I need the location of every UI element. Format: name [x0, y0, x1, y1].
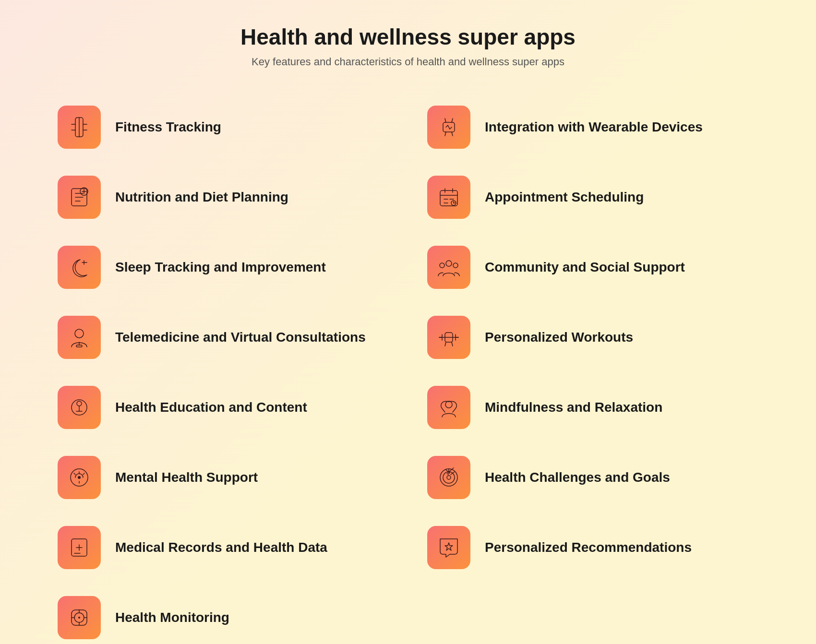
svg-line-42 [445, 342, 446, 346]
feature-medical-records: Medical Records and Health Data [38, 513, 408, 583]
fitness-tracking-icon-box [58, 106, 101, 149]
mindfulness-icon-box [427, 386, 470, 429]
feature-telemedicine: Telemedicine and Virtual Consultations [38, 302, 408, 372]
appointment-icon [436, 185, 461, 210]
page-header: Health and wellness super apps Key featu… [240, 24, 576, 68]
education-icon [67, 395, 92, 420]
mindfulness-icon [436, 395, 461, 420]
feature-health-challenges: Health Challenges and Goals [408, 442, 778, 513]
wearable-icon [436, 115, 461, 140]
feature-mindfulness: Mindfulness and Relaxation [408, 372, 778, 442]
svg-point-33 [75, 329, 84, 338]
svg-point-32 [453, 263, 458, 268]
education-icon-box [58, 386, 101, 429]
records-icon-box [58, 526, 101, 569]
svg-point-31 [440, 263, 444, 268]
monitoring-icon-box [58, 596, 101, 639]
sleep-label: Sleep Tracking and Improvement [115, 259, 326, 276]
wearable-icon-box [427, 106, 470, 149]
svg-rect-18 [440, 191, 457, 206]
fitness-tracking-icon [67, 115, 92, 140]
fitness-tracking-label: Fitness Tracking [115, 119, 221, 136]
sleep-icon-box [58, 246, 101, 289]
medical-records-label: Medical Records and Health Data [115, 539, 327, 556]
feature-nutrition-diet: Nutrition and Diet Planning [38, 162, 408, 232]
recommendations-label: Personalized Recommendations [485, 539, 692, 556]
feature-community: Community and Social Support [408, 232, 778, 302]
feature-integration-wearable: Integration with Wearable Devices [408, 92, 778, 162]
svg-marker-65 [445, 543, 453, 550]
svg-point-30 [446, 261, 452, 266]
recommendations-icon [436, 535, 461, 560]
svg-line-51 [83, 473, 84, 475]
mindfulness-label: Mindfulness and Relaxation [485, 399, 662, 416]
community-icon-box [427, 246, 470, 289]
features-grid: Fitness Tracking Integration with Wearab… [38, 92, 778, 644]
svg-point-45 [77, 401, 82, 406]
feature-fitness-tracking: Fitness Tracking [38, 92, 408, 162]
monitoring-icon [67, 605, 92, 630]
page-title: Health and wellness super apps [240, 24, 576, 50]
community-icon [436, 255, 461, 280]
challenges-icon [436, 465, 461, 490]
recommendations-icon-box [427, 526, 470, 569]
svg-line-8 [452, 119, 453, 122]
svg-line-52 [74, 473, 75, 475]
telemedicine-icon-box [58, 316, 101, 359]
telemedicine-label: Telemedicine and Virtual Consultations [115, 329, 366, 346]
monitoring-label: Health Monitoring [115, 609, 229, 626]
svg-line-7 [445, 119, 446, 122]
appointment-icon-box [427, 176, 470, 219]
svg-line-10 [452, 132, 453, 136]
education-label: Health Education and Content [115, 399, 307, 416]
workouts-icon-box [427, 316, 470, 359]
feature-health-monitoring: Health Monitoring [38, 583, 408, 644]
svg-line-43 [452, 342, 453, 346]
community-label: Community and Social Support [485, 259, 685, 276]
svg-rect-35 [76, 345, 82, 347]
appointment-label: Appointment Scheduling [485, 189, 644, 206]
feature-health-education: Health Education and Content [38, 372, 408, 442]
feature-sleep-tracking: Sleep Tracking and Improvement [38, 232, 408, 302]
nutrition-icon [67, 185, 92, 210]
nutrition-icon-box [58, 176, 101, 219]
workouts-label: Personalized Workouts [485, 329, 633, 346]
mental-icon-box [58, 456, 101, 499]
feature-appointment: Appointment Scheduling [408, 162, 778, 232]
mental-icon [67, 465, 92, 490]
svg-point-54 [78, 476, 81, 479]
challenges-icon-box [427, 456, 470, 499]
empty-cell [408, 583, 778, 644]
svg-point-48 [445, 401, 452, 408]
telemedicine-icon [67, 325, 92, 350]
workouts-icon [436, 325, 461, 350]
svg-line-9 [445, 132, 446, 136]
feature-mental-health: Mental Health Support [38, 442, 408, 513]
records-icon [67, 535, 92, 560]
integration-wearable-label: Integration with Wearable Devices [485, 119, 703, 136]
svg-point-68 [78, 617, 80, 619]
sleep-icon [67, 255, 92, 280]
page-subtitle: Key features and characteristics of heal… [240, 56, 576, 68]
svg-point-57 [447, 476, 451, 479]
nutrition-label: Nutrition and Diet Planning [115, 189, 288, 206]
challenges-label: Health Challenges and Goals [485, 469, 670, 486]
feature-personalized-recommendations: Personalized Recommendations [408, 513, 778, 583]
mental-label: Mental Health Support [115, 469, 258, 486]
feature-personalized-workouts: Personalized Workouts [408, 302, 778, 372]
